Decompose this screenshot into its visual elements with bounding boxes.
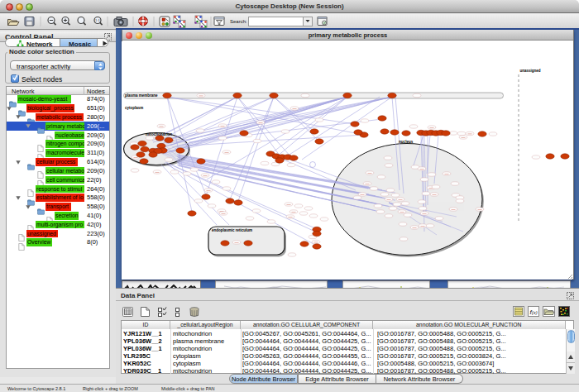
svg-text:cytoplasm: cytoplasm: [125, 106, 143, 110]
svg-text:unassigned: unassigned: [520, 69, 541, 73]
svg-text:plasma membrane: plasma membrane: [125, 93, 158, 98]
svg-text:f(x): f(x): [530, 308, 538, 316]
svg-text:endoplasmic reticulum: endoplasmic reticulum: [212, 228, 252, 232]
svg-text:nucleus: nucleus: [399, 140, 414, 144]
svg-text:1:1: 1:1: [95, 18, 100, 22]
svg-text:mitochondrion: mitochondrion: [146, 132, 172, 136]
svg-text:Search:: Search:: [230, 19, 247, 24]
